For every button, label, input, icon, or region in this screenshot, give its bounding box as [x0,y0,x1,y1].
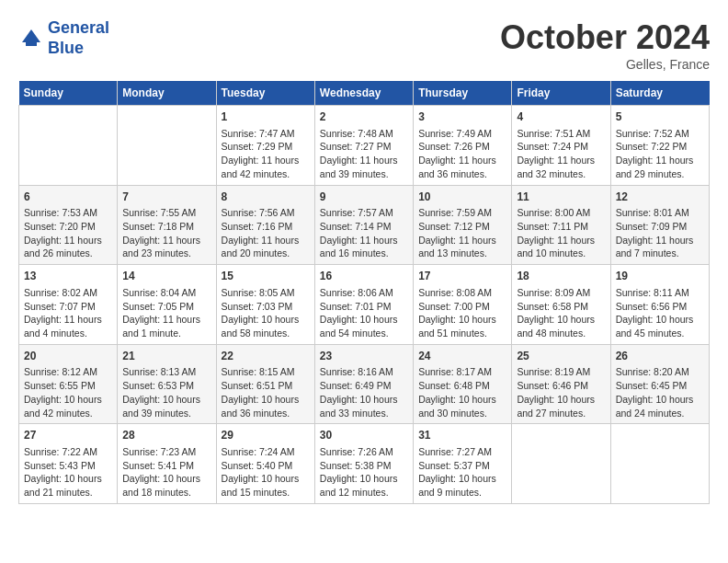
day-number: 4 [517,109,605,125]
calendar-cell: 1Sunrise: 7:47 AM Sunset: 7:29 PM Daylig… [216,106,314,186]
calendar-cell: 6Sunrise: 7:53 AM Sunset: 7:20 PM Daylig… [19,185,118,265]
calendar-cell: 18Sunrise: 8:09 AM Sunset: 6:58 PM Dayli… [512,265,610,345]
cell-content: Sunrise: 8:06 AM Sunset: 7:01 PM Dayligh… [320,286,408,340]
day-number: 29 [222,428,310,443]
cell-content: Sunrise: 8:09 AM Sunset: 6:58 PM Dayligh… [517,286,605,340]
cell-content: Sunrise: 7:48 AM Sunset: 7:27 PM Dayligh… [320,127,408,181]
day-number: 26 [616,349,704,364]
day-number: 31 [418,428,506,443]
header-day: Friday [512,81,610,106]
cell-content: Sunrise: 8:11 AM Sunset: 6:56 PM Dayligh… [616,286,704,340]
day-number: 7 [122,190,210,205]
day-number: 12 [616,190,704,205]
cell-content: Sunrise: 8:08 AM Sunset: 7:00 PM Dayligh… [418,286,506,340]
logo-icon [18,26,44,52]
cell-content: Sunrise: 8:15 AM Sunset: 6:51 PM Dayligh… [222,365,310,419]
calendar-week: 20Sunrise: 8:12 AM Sunset: 6:55 PM Dayli… [19,344,710,424]
svg-rect-1 [26,42,37,46]
day-number: 23 [320,349,408,364]
day-number: 19 [616,269,704,284]
calendar-cell: 2Sunrise: 7:48 AM Sunset: 7:27 PM Daylig… [314,106,413,186]
calendar-cell: 17Sunrise: 8:08 AM Sunset: 7:00 PM Dayli… [414,265,512,345]
cell-content: Sunrise: 7:57 AM Sunset: 7:14 PM Dayligh… [320,206,408,260]
calendar-cell: 3Sunrise: 7:49 AM Sunset: 7:26 PM Daylig… [414,106,512,186]
day-number: 18 [517,269,605,284]
day-number: 24 [418,349,506,364]
calendar-cell: 19Sunrise: 8:11 AM Sunset: 6:56 PM Dayli… [610,265,709,345]
cell-content: Sunrise: 7:47 AM Sunset: 7:29 PM Dayligh… [222,127,310,181]
calendar-cell: 27Sunrise: 7:22 AM Sunset: 5:43 PM Dayli… [19,424,118,504]
cell-content: Sunrise: 8:16 AM Sunset: 6:49 PM Dayligh… [320,365,408,419]
calendar-cell: 22Sunrise: 8:15 AM Sunset: 6:51 PM Dayli… [216,344,314,424]
calendar-cell: 31Sunrise: 7:27 AM Sunset: 5:37 PM Dayli… [414,424,512,504]
location: Gelles, France [500,57,710,72]
calendar-cell [118,106,216,186]
calendar-cell: 14Sunrise: 8:04 AM Sunset: 7:05 PM Dayli… [118,265,216,345]
calendar-cell: 11Sunrise: 8:00 AM Sunset: 7:11 PM Dayli… [512,185,610,265]
calendar-cell: 25Sunrise: 8:19 AM Sunset: 6:46 PM Dayli… [512,344,610,424]
day-number: 8 [222,190,310,205]
day-number: 6 [24,190,112,205]
day-number: 5 [616,109,704,125]
cell-content: Sunrise: 7:52 AM Sunset: 7:22 PM Dayligh… [616,127,704,181]
cell-content: Sunrise: 8:20 AM Sunset: 6:45 PM Dayligh… [616,365,704,419]
page-header: General Blue October 2024 Gelles, France [18,18,710,72]
day-number: 22 [222,349,310,364]
cell-content: Sunrise: 7:24 AM Sunset: 5:40 PM Dayligh… [222,445,310,500]
calendar-cell: 10Sunrise: 7:59 AM Sunset: 7:12 PM Dayli… [414,185,512,265]
calendar-week: 6Sunrise: 7:53 AM Sunset: 7:20 PM Daylig… [19,185,710,265]
day-number: 20 [24,349,112,364]
cell-content: Sunrise: 7:51 AM Sunset: 7:24 PM Dayligh… [517,127,605,181]
calendar-cell [19,106,118,186]
header-day: Sunday [19,81,118,106]
cell-content: Sunrise: 8:12 AM Sunset: 6:55 PM Dayligh… [24,365,112,419]
calendar-week: 27Sunrise: 7:22 AM Sunset: 5:43 PM Dayli… [19,424,710,504]
calendar-cell: 4Sunrise: 7:51 AM Sunset: 7:24 PM Daylig… [512,106,610,186]
logo: General Blue [18,18,109,58]
calendar-cell [512,424,610,504]
day-number: 25 [517,349,605,364]
header-day: Monday [118,81,216,106]
cell-content: Sunrise: 7:22 AM Sunset: 5:43 PM Dayligh… [24,445,112,500]
calendar-cell: 16Sunrise: 8:06 AM Sunset: 7:01 PM Dayli… [314,265,413,345]
cell-content: Sunrise: 8:13 AM Sunset: 6:53 PM Dayligh… [122,365,210,419]
calendar-cell: 26Sunrise: 8:20 AM Sunset: 6:45 PM Dayli… [610,344,709,424]
header-day: Tuesday [216,81,314,106]
logo-text-general: General [48,18,109,39]
day-number: 2 [320,109,408,125]
day-number: 30 [320,428,408,443]
cell-content: Sunrise: 7:26 AM Sunset: 5:38 PM Dayligh… [320,445,408,500]
cell-content: Sunrise: 7:53 AM Sunset: 7:20 PM Dayligh… [24,206,112,260]
calendar-cell: 23Sunrise: 8:16 AM Sunset: 6:49 PM Dayli… [314,344,413,424]
calendar-table: SundayMondayTuesdayWednesdayThursdayFrid… [18,81,710,504]
cell-content: Sunrise: 7:27 AM Sunset: 5:37 PM Dayligh… [418,445,506,500]
cell-content: Sunrise: 8:19 AM Sunset: 6:46 PM Dayligh… [517,365,605,419]
day-number: 14 [122,269,210,284]
cell-content: Sunrise: 7:23 AM Sunset: 5:41 PM Dayligh… [122,445,210,500]
day-number: 1 [222,109,310,125]
day-number: 13 [24,269,112,284]
calendar-cell: 15Sunrise: 8:05 AM Sunset: 7:03 PM Dayli… [216,265,314,345]
cell-content: Sunrise: 8:05 AM Sunset: 7:03 PM Dayligh… [222,286,310,340]
svg-marker-0 [22,29,40,42]
cell-content: Sunrise: 8:00 AM Sunset: 7:11 PM Dayligh… [517,206,605,260]
calendar-cell: 5Sunrise: 7:52 AM Sunset: 7:22 PM Daylig… [610,106,709,186]
cell-content: Sunrise: 7:59 AM Sunset: 7:12 PM Dayligh… [418,206,506,260]
calendar-cell: 7Sunrise: 7:55 AM Sunset: 7:18 PM Daylig… [118,185,216,265]
cell-content: Sunrise: 7:56 AM Sunset: 7:16 PM Dayligh… [222,206,310,260]
calendar-week: 13Sunrise: 8:02 AM Sunset: 7:07 PM Dayli… [19,265,710,345]
cell-content: Sunrise: 8:01 AM Sunset: 7:09 PM Dayligh… [616,206,704,260]
calendar-cell: 24Sunrise: 8:17 AM Sunset: 6:48 PM Dayli… [414,344,512,424]
day-number: 10 [418,190,506,205]
calendar-cell: 12Sunrise: 8:01 AM Sunset: 7:09 PM Dayli… [610,185,709,265]
cell-content: Sunrise: 7:55 AM Sunset: 7:18 PM Dayligh… [122,206,210,260]
cell-content: Sunrise: 8:02 AM Sunset: 7:07 PM Dayligh… [24,286,112,340]
calendar-cell: 8Sunrise: 7:56 AM Sunset: 7:16 PM Daylig… [216,185,314,265]
title-area: October 2024 Gelles, France [500,18,710,72]
calendar-cell [610,424,709,504]
day-number: 21 [122,349,210,364]
calendar-cell: 29Sunrise: 7:24 AM Sunset: 5:40 PM Dayli… [216,424,314,504]
header-day: Thursday [414,81,512,106]
calendar-cell: 20Sunrise: 8:12 AM Sunset: 6:55 PM Dayli… [19,344,118,424]
day-number: 11 [517,190,605,205]
